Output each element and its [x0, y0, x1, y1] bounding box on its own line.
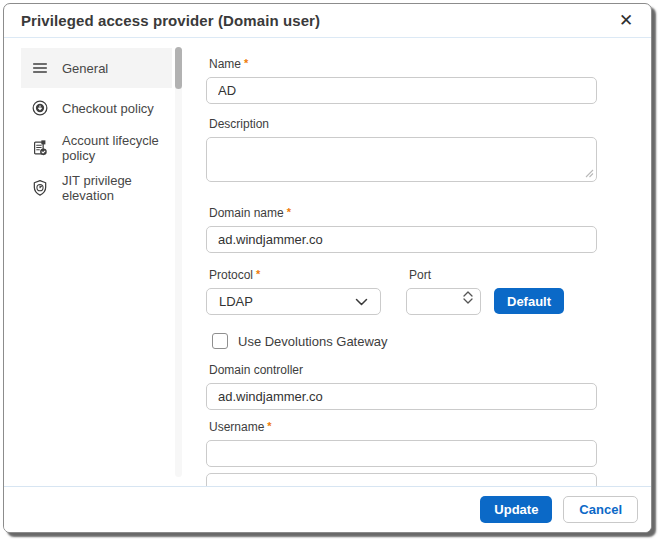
- protocol-port-row: Protocol* LDAP Port: [206, 268, 652, 315]
- username-input[interactable]: [206, 440, 597, 467]
- sidebar-item-account-lifecycle-policy[interactable]: Account lifecycle policy: [21, 128, 172, 168]
- form-scrollbar-track[interactable]: [175, 47, 182, 477]
- privileged-access-provider-dialog: Privileged access provider (Domain user)…: [3, 3, 652, 533]
- dialog-body: General Checkout policy Account: [4, 39, 651, 486]
- dialog-footer: Update Cancel: [4, 486, 651, 532]
- port-spinner: [463, 291, 473, 304]
- port-stepper: [406, 288, 481, 315]
- chevron-up-icon[interactable]: [463, 291, 473, 297]
- required-marker: *: [267, 420, 271, 432]
- protocol-column: Protocol* LDAP: [206, 268, 381, 315]
- domain-controller-label: Domain controller: [206, 363, 652, 377]
- name-input[interactable]: [206, 77, 597, 104]
- account-lifecycle-icon: [31, 139, 49, 157]
- use-devolutions-gateway-checkbox[interactable]: [212, 333, 228, 349]
- domain-controller-input[interactable]: [206, 383, 597, 410]
- description-label: Description: [206, 117, 652, 131]
- port-label: Port: [406, 268, 481, 282]
- sidebar-item-general[interactable]: General: [21, 48, 172, 88]
- default-button[interactable]: Default: [494, 288, 564, 314]
- sidebar-item-label: Account lifecycle policy: [62, 133, 172, 163]
- protocol-select[interactable]: LDAP: [206, 288, 381, 315]
- description-textarea-wrap: [206, 137, 597, 182]
- sidebar-item-label: JIT privilege elevation: [62, 173, 172, 203]
- clipped-next-input[interactable]: [206, 473, 597, 486]
- dialog-title: Privileged access provider (Domain user): [21, 12, 615, 29]
- chevron-down-icon: [355, 298, 368, 306]
- required-marker: *: [256, 268, 260, 280]
- menu-icon: [31, 59, 49, 77]
- required-marker: *: [244, 57, 248, 69]
- sidebar-item-label: Checkout policy: [62, 101, 154, 116]
- protocol-selected-value: LDAP: [219, 294, 253, 309]
- sidebar-item-jit-privilege-elevation[interactable]: JIT privilege elevation: [21, 168, 172, 208]
- close-icon[interactable]: ✕: [615, 10, 637, 32]
- description-textarea[interactable]: [206, 137, 597, 182]
- name-label: Name*: [206, 57, 652, 71]
- shield-clock-icon: [31, 179, 49, 197]
- domain-name-label: Domain name*: [206, 206, 652, 220]
- domain-name-input[interactable]: [206, 226, 597, 253]
- update-button[interactable]: Update: [480, 496, 552, 523]
- port-column: Port: [406, 268, 481, 315]
- gateway-checkbox-row: Use Devolutions Gateway: [206, 333, 652, 349]
- form-scrollbar-thumb[interactable]: [175, 47, 182, 89]
- checkout-policy-icon: [31, 99, 49, 117]
- sidebar-item-checkout-policy[interactable]: Checkout policy: [21, 88, 172, 128]
- required-marker: *: [287, 206, 291, 218]
- gateway-checkbox-label: Use Devolutions Gateway: [238, 334, 388, 349]
- chevron-down-icon[interactable]: [463, 298, 473, 304]
- protocol-label: Protocol*: [206, 268, 381, 282]
- cancel-button[interactable]: Cancel: [563, 496, 638, 523]
- provider-form: Name* Description Domain name* Protocol*…: [206, 39, 652, 486]
- sidebar-item-label: General: [62, 61, 108, 76]
- dialog-header: Privileged access provider (Domain user)…: [4, 4, 651, 38]
- username-label: Username*: [206, 420, 652, 434]
